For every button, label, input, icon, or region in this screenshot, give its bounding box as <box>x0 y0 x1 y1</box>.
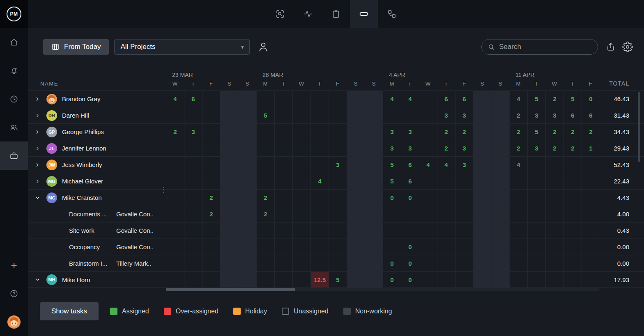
day-cell[interactable] <box>274 272 292 287</box>
day-cell[interactable]: 0 <box>401 239 419 255</box>
day-cell[interactable]: 2 <box>437 140 455 156</box>
day-cell[interactable] <box>564 222 582 239</box>
day-cell[interactable] <box>582 206 600 222</box>
day-cell[interactable] <box>329 173 347 189</box>
day-cell[interactable] <box>220 255 238 271</box>
day-cell[interactable] <box>256 157 274 173</box>
app-logo[interactable]: PM <box>0 0 28 28</box>
day-cell[interactable] <box>310 190 329 206</box>
day-cell[interactable]: 4 <box>509 157 527 173</box>
day-cell[interactable]: 5 <box>564 91 582 107</box>
day-cell[interactable]: 4 <box>401 91 419 107</box>
day-cell[interactable]: 4 <box>310 173 329 189</box>
day-cell[interactable] <box>274 91 292 107</box>
day-cell[interactable]: 3 <box>329 157 347 173</box>
day-cell[interactable] <box>256 239 274 255</box>
day-cell[interactable] <box>455 255 473 271</box>
projects-dropdown[interactable]: All Projects ▾ <box>114 39 250 55</box>
day-cell[interactable] <box>220 157 238 173</box>
tab-workflow[interactable] <box>378 0 406 28</box>
day-cell[interactable] <box>166 272 184 287</box>
day-cell[interactable] <box>347 239 365 255</box>
day-cell[interactable] <box>419 255 437 271</box>
day-cell[interactable] <box>545 222 564 239</box>
day-cell[interactable] <box>220 222 238 239</box>
day-cell[interactable] <box>166 239 184 255</box>
day-cell[interactable]: 4 <box>437 157 455 173</box>
day-cell[interactable] <box>491 222 509 239</box>
day-cell[interactable] <box>582 239 600 255</box>
day-cell[interactable] <box>292 206 310 222</box>
day-cell[interactable]: 4 <box>383 91 401 107</box>
day-cell[interactable]: 3 <box>455 157 473 173</box>
day-cell[interactable] <box>238 272 256 287</box>
day-cell[interactable] <box>564 255 582 271</box>
day-cell[interactable] <box>365 107 383 123</box>
day-cell[interactable]: 3 <box>455 107 473 123</box>
day-cell[interactable] <box>202 272 220 287</box>
day-cell[interactable]: 3 <box>184 124 202 140</box>
day-cell[interactable] <box>184 140 202 156</box>
day-cell[interactable] <box>455 272 473 287</box>
day-cell[interactable] <box>491 91 509 107</box>
day-cell[interactable] <box>473 190 491 206</box>
day-cell[interactable] <box>455 206 473 222</box>
day-cell[interactable] <box>582 222 600 239</box>
day-cell[interactable]: 6 <box>401 173 419 189</box>
day-cell[interactable] <box>419 190 437 206</box>
day-cell[interactable]: 5 <box>527 124 545 140</box>
day-cell[interactable] <box>220 272 238 287</box>
day-cell[interactable] <box>491 107 509 123</box>
day-cell[interactable] <box>365 157 383 173</box>
day-cell[interactable] <box>419 272 437 287</box>
day-cell[interactable] <box>365 190 383 206</box>
day-cell[interactable] <box>437 255 455 271</box>
sidebar-item-team[interactable] <box>0 113 28 141</box>
show-tasks-button[interactable]: Show tasks <box>40 302 99 320</box>
person-row-header[interactable]: MCMike Cranston <box>28 190 166 206</box>
day-cell[interactable] <box>545 272 564 287</box>
day-cell[interactable] <box>419 91 437 107</box>
day-cell[interactable] <box>310 107 329 123</box>
day-cell[interactable] <box>365 222 383 239</box>
person-row-header[interactable]: JLJennifer Lennon <box>28 140 166 156</box>
day-cell[interactable] <box>347 140 365 156</box>
day-cell[interactable]: 3 <box>401 140 419 156</box>
day-cell[interactable] <box>184 239 202 255</box>
day-cell[interactable] <box>166 206 184 222</box>
day-cell[interactable] <box>310 222 329 239</box>
day-cell[interactable]: 0 <box>401 272 419 287</box>
day-cell[interactable] <box>347 107 365 123</box>
day-cell[interactable] <box>220 140 238 156</box>
day-cell[interactable] <box>582 190 600 206</box>
day-cell[interactable] <box>220 173 238 189</box>
day-cell[interactable] <box>202 157 220 173</box>
day-cell[interactable] <box>202 91 220 107</box>
day-cell[interactable] <box>473 140 491 156</box>
task-row-header[interactable]: OccupancyGovalle Con.. <box>28 239 166 255</box>
day-cell[interactable] <box>509 206 527 222</box>
search-input[interactable] <box>499 43 592 51</box>
sidebar-item-timesheets[interactable] <box>0 85 28 113</box>
day-cell[interactable] <box>310 239 329 255</box>
day-cell[interactable] <box>238 255 256 271</box>
day-cell[interactable] <box>582 272 600 287</box>
day-cell[interactable] <box>238 124 256 140</box>
person-row-header[interactable]: MHMike Horn <box>28 272 166 287</box>
day-cell[interactable] <box>401 206 419 222</box>
day-cell[interactable] <box>256 173 274 189</box>
day-cell[interactable] <box>491 239 509 255</box>
day-cell[interactable]: 5 <box>383 157 401 173</box>
day-cell[interactable] <box>473 239 491 255</box>
day-cell[interactable] <box>166 190 184 206</box>
day-cell[interactable] <box>220 91 238 107</box>
person-row-header[interactable]: GPGeorge Phillips <box>28 124 166 140</box>
day-cell[interactable] <box>166 157 184 173</box>
day-cell[interactable] <box>527 272 545 287</box>
day-cell[interactable] <box>274 239 292 255</box>
day-cell[interactable] <box>238 206 256 222</box>
day-cell[interactable]: 4 <box>419 157 437 173</box>
day-cell[interactable] <box>184 173 202 189</box>
day-cell[interactable] <box>166 222 184 239</box>
chevron-right-icon[interactable] <box>35 130 40 134</box>
